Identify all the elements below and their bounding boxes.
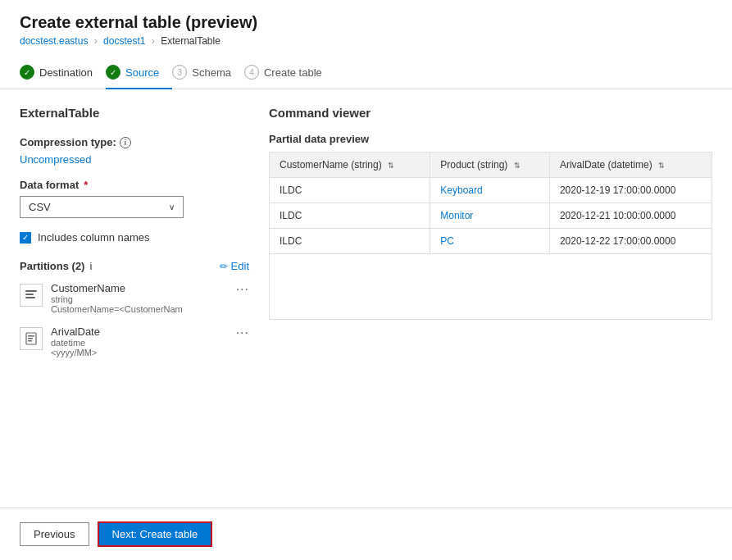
main-content: ExternalTable Compression type: i Uncomp… bbox=[0, 89, 732, 508]
command-viewer-title: Command viewer bbox=[269, 106, 712, 120]
step-create-table-number: 4 bbox=[249, 68, 254, 77]
table-row: ILDC PC 2020-12-22 17:00:00.0000 bbox=[270, 229, 712, 254]
compression-type-group: Compression type: i Uncompressed bbox=[20, 136, 249, 166]
edit-icon: ✏ bbox=[220, 261, 228, 272]
col-header-date[interactable]: ArivalDate (datetime) ⇅ bbox=[549, 153, 712, 178]
step-create-table[interactable]: 4 Create table bbox=[244, 57, 335, 89]
col-customer-label: CustomerName (string) bbox=[280, 159, 382, 171]
partition-item-2: ArivalDate datetime <yyyy/MM> ··· bbox=[20, 326, 249, 357]
step-destination-label: Destination bbox=[39, 66, 93, 79]
partition-1-details: CustomerName string CustomerName=<Custom… bbox=[51, 282, 228, 314]
partitions-header: Partitions (2) i ✏ Edit bbox=[20, 260, 249, 272]
data-format-select[interactable]: CSV ∨ bbox=[20, 196, 184, 218]
col-header-product[interactable]: Product (string) ⇅ bbox=[430, 153, 550, 178]
partition-2-menu[interactable]: ··· bbox=[236, 326, 249, 340]
left-panel-title: ExternalTable bbox=[20, 106, 249, 120]
cell-date-1: 2020-12-19 17:00:00.0000 bbox=[549, 178, 712, 203]
step-schema-number: 3 bbox=[177, 68, 182, 77]
page-container: Create external table (preview) docstest… bbox=[0, 0, 732, 560]
table-header-row: CustomerName (string) ⇅ Product (string)… bbox=[270, 153, 712, 178]
next-create-table-button[interactable]: Next: Create table bbox=[98, 521, 213, 547]
partition-2-name: ArivalDate bbox=[51, 326, 228, 338]
svg-rect-6 bbox=[28, 340, 32, 342]
breadcrumb-server[interactable]: docstest.eastus bbox=[20, 35, 88, 47]
step-schema-label: Schema bbox=[192, 66, 231, 79]
svg-rect-2 bbox=[25, 297, 35, 298]
col-product-label: Product (string) bbox=[440, 159, 507, 171]
partition-1-type: string bbox=[51, 294, 228, 304]
cell-product-1: Keyboard bbox=[430, 178, 550, 203]
checkbox-check-icon: ✓ bbox=[22, 233, 29, 242]
step-source-circle: ✓ bbox=[106, 65, 120, 80]
column-names-checkbox[interactable]: ✓ bbox=[20, 232, 31, 244]
cell-date-3: 2020-12-22 17:00:00.0000 bbox=[549, 229, 712, 254]
previous-button[interactable]: Previous bbox=[20, 522, 89, 546]
breadcrumb: docstest.eastus › docstest1 › ExternalTa… bbox=[20, 35, 712, 47]
left-panel: ExternalTable Compression type: i Uncomp… bbox=[20, 89, 249, 508]
partition-2-value: <yyyy/MM> bbox=[51, 348, 228, 357]
svg-rect-1 bbox=[25, 294, 34, 295]
sort-icon-product: ⇅ bbox=[514, 162, 521, 170]
partitions-section: Partitions (2) i ✏ Edit bbox=[20, 260, 249, 357]
header: Create external table (preview) docstest… bbox=[0, 0, 732, 57]
preview-title: Partial data preview bbox=[269, 133, 712, 145]
cell-product-3: PC bbox=[430, 229, 550, 254]
col-header-customer[interactable]: CustomerName (string) ⇅ bbox=[270, 153, 430, 178]
footer: Previous Next: Create table bbox=[0, 508, 732, 560]
partitions-title: Partitions (2) bbox=[20, 260, 84, 272]
partitions-edit-button[interactable]: ✏ Edit bbox=[220, 260, 249, 272]
data-format-value: CSV bbox=[29, 201, 51, 213]
breadcrumb-table: ExternalTable bbox=[161, 35, 221, 47]
column-names-label: Includes column names bbox=[38, 231, 150, 244]
partition-1-menu[interactable]: ··· bbox=[236, 282, 249, 297]
step-create-table-circle: 4 bbox=[244, 65, 259, 80]
page-title: Create external table (preview) bbox=[20, 13, 712, 32]
data-format-group: Data format * CSV ∨ bbox=[20, 179, 249, 218]
partition-2-details: ArivalDate datetime <yyyy/MM> bbox=[51, 326, 228, 357]
partition-type-icon-2 bbox=[20, 327, 43, 350]
step-destination[interactable]: ✓ Destination bbox=[20, 57, 106, 89]
right-panel: Command viewer Partial data preview Cust… bbox=[269, 89, 712, 508]
data-format-required: * bbox=[84, 179, 88, 191]
chevron-down-icon: ∨ bbox=[169, 203, 175, 212]
partition-2-type: datetime bbox=[51, 338, 228, 348]
table-row: ILDC Monitor 2020-12-21 10:00:00.0000 bbox=[270, 203, 712, 229]
cell-customer-2: ILDC bbox=[270, 203, 430, 229]
sort-icon-customer: ⇅ bbox=[388, 162, 394, 170]
breadcrumb-sep-2: › bbox=[152, 35, 155, 47]
step-schema[interactable]: 3 Schema bbox=[172, 57, 244, 89]
data-table: CustomerName (string) ⇅ Product (string)… bbox=[269, 152, 712, 254]
table-row: ILDC Keyboard 2020-12-19 17:00:00.0000 bbox=[270, 178, 712, 203]
preview-empty-area bbox=[269, 254, 712, 320]
step-source[interactable]: ✓ Source bbox=[106, 57, 172, 89]
checkmark-icon-2: ✓ bbox=[110, 68, 116, 77]
svg-rect-4 bbox=[28, 335, 34, 337]
compression-type-label: Compression type: i bbox=[20, 136, 249, 148]
cell-date-2: 2020-12-21 10:00:00.0000 bbox=[549, 203, 712, 229]
svg-rect-0 bbox=[25, 290, 37, 292]
steps-nav: ✓ Destination ✓ Source 3 Schema 4 Create… bbox=[0, 57, 732, 89]
checkmark-icon: ✓ bbox=[24, 68, 30, 77]
step-source-label: Source bbox=[125, 66, 159, 79]
breadcrumb-sep-1: › bbox=[94, 35, 98, 47]
data-format-label: Data format * bbox=[20, 179, 249, 191]
compression-info-icon[interactable]: i bbox=[120, 137, 131, 148]
col-date-label: ArivalDate (datetime) bbox=[560, 159, 652, 171]
compression-type-value[interactable]: Uncompressed bbox=[20, 153, 249, 166]
step-destination-circle: ✓ bbox=[20, 65, 34, 80]
column-names-row[interactable]: ✓ Includes column names bbox=[20, 231, 249, 244]
partition-1-name: CustomerName bbox=[51, 282, 228, 294]
partition-1-value: CustomerName=<CustomerNam bbox=[51, 304, 228, 314]
partitions-info-icon[interactable]: i bbox=[89, 260, 92, 272]
cell-customer-3: ILDC bbox=[270, 229, 430, 254]
cell-product-2: Monitor bbox=[430, 203, 550, 229]
partition-type-icon-1 bbox=[20, 284, 43, 307]
cell-customer-1: ILDC bbox=[270, 178, 430, 203]
svg-rect-5 bbox=[28, 338, 33, 339]
breadcrumb-database[interactable]: docstest1 bbox=[103, 35, 145, 47]
step-schema-circle: 3 bbox=[172, 65, 187, 80]
preview-section: Partial data preview CustomerName (strin… bbox=[269, 133, 712, 320]
sort-icon-date: ⇅ bbox=[658, 162, 665, 170]
step-create-table-label: Create table bbox=[264, 66, 322, 79]
partition-item-1: CustomerName string CustomerName=<Custom… bbox=[20, 282, 249, 314]
